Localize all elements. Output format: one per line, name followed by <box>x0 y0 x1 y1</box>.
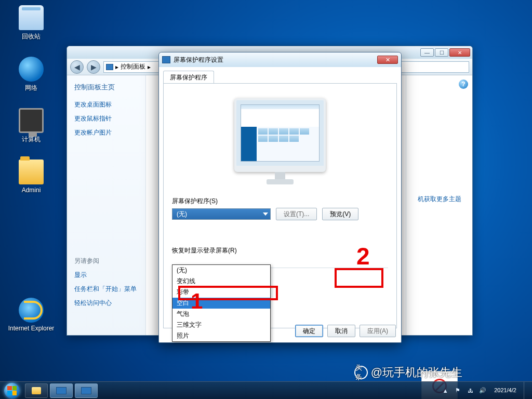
sidebar: 控制面板主页 更改桌面图标 更改鼠标指针 更改帐户图片 另请参阅 显示 任务栏和… <box>67 75 146 335</box>
desktop-icons: 回收站 网络 计算机 Admini Internet Explorer <box>5 5 57 348</box>
screensaver-dialog: 屏幕保护程序设置 ✕ 屏幕保护程序 <box>158 52 402 343</box>
taskbar: ▲ ⚑ 🖧 🔊 2021/4/2 <box>0 381 532 399</box>
right-pane: 机获取更多主题 屏幕保护程序 无 <box>406 75 472 335</box>
windows-logo-icon <box>4 383 20 398</box>
option-none[interactable]: (无) <box>172 265 270 276</box>
option-blank[interactable]: 空白 <box>172 298 270 309</box>
apply-button[interactable]: 应用(A) <box>360 325 396 337</box>
ok-button[interactable]: 确定 <box>295 325 323 337</box>
monitor-icon <box>19 108 44 133</box>
forward-button[interactable]: ▶ <box>87 60 100 74</box>
icon-label: Internet Explorer <box>8 325 55 332</box>
cancel-button[interactable]: 取消 <box>327 325 355 337</box>
network-tray-icon[interactable]: 🖧 <box>466 387 474 395</box>
recover-label: 恢复时显示登录屏幕(R) <box>172 246 237 255</box>
watermark: 头条 @玩手机的张先生 <box>354 365 462 380</box>
monitor-icon <box>81 387 91 394</box>
option-mystify[interactable]: 变幻线 <box>172 276 270 287</box>
ie-icon[interactable]: Internet Explorer <box>5 298 57 332</box>
start-button[interactable] <box>0 382 24 400</box>
tab-strip: 屏幕保护程序 <box>159 67 401 83</box>
monitor-preview <box>228 98 332 184</box>
desktop: 回收站 网络 计算机 Admini Internet Explorer — ☐ … <box>0 0 532 399</box>
system-tray: ▲ ⚑ 🖧 🔊 2021/4/2 <box>437 382 532 400</box>
sidebar-link-account-picture[interactable]: 更改帐户图片 <box>74 128 138 137</box>
show-desktop-button[interactable] <box>524 382 530 400</box>
option-photos[interactable]: 照片 <box>172 330 270 341</box>
maximize-button[interactable]: ☐ <box>435 48 448 57</box>
back-button[interactable]: ◀ <box>70 60 84 74</box>
recycle-bin-icon[interactable]: 回收站 <box>5 5 57 41</box>
computer-icon[interactable]: 计算机 <box>5 108 57 144</box>
task-item-screensaver[interactable] <box>75 383 98 398</box>
sidebar-home[interactable]: 控制面板主页 <box>74 83 138 92</box>
action-center-icon[interactable]: ⚑ <box>454 387 462 395</box>
see-also-heading: 另请参阅 <box>74 257 138 265</box>
watermark-logo-icon: 头条 <box>354 366 368 379</box>
internet-explorer-icon <box>19 298 44 323</box>
screensaver-dropdown[interactable]: (无) <box>172 208 271 220</box>
monitor-icon <box>162 56 170 63</box>
minimize-button[interactable]: — <box>420 48 434 57</box>
option-3d-text[interactable]: 三维文字 <box>172 320 270 330</box>
option-bubbles[interactable]: 气泡 <box>172 309 270 320</box>
volume-icon[interactable]: 🔊 <box>478 387 487 395</box>
monitor-frame <box>234 98 326 172</box>
close-button[interactable]: ✕ <box>449 48 470 57</box>
dropdown-value: (无) <box>177 210 187 219</box>
preview-button[interactable]: 预览(V) <box>322 208 358 220</box>
icon-label: 计算机 <box>22 136 41 143</box>
screensaver-field-label: 屏幕保护程序(S) <box>172 197 388 206</box>
sidebar-link-ease-of-access[interactable]: 轻松访问中心 <box>74 299 138 308</box>
network-icon[interactable]: 网络 <box>5 57 57 92</box>
icon-label: 回收站 <box>22 33 41 40</box>
globe-icon <box>19 57 44 82</box>
screensaver-dropdown-list: (无) 变幻线 彩带 空白 气泡 三维文字 照片 <box>172 264 271 342</box>
more-themes-link[interactable]: 机获取更多主题 <box>418 195 461 203</box>
icon-label: Admini <box>22 187 41 194</box>
sidebar-link-desktop-icons[interactable]: 更改桌面图标 <box>74 100 138 109</box>
folder-icon <box>32 387 41 394</box>
sidebar-link-display[interactable]: 显示 <box>74 271 138 280</box>
trash-icon <box>19 5 44 30</box>
task-item-personalization[interactable] <box>50 383 73 398</box>
monitor-icon <box>56 387 66 394</box>
tray-expand-icon[interactable]: ▲ <box>441 387 449 395</box>
sidebar-link-mouse-pointer[interactable]: 更改鼠标指针 <box>74 114 138 123</box>
tab-content: 屏幕保护程序(S) (无) 设置(T)... 预览(V) 恢复时显示登录屏幕(R… <box>163 83 397 328</box>
dialog-footer: 确定 取消 应用(A) <box>295 325 396 337</box>
dialog-close-button[interactable]: ✕ <box>377 56 398 64</box>
option-ribbons[interactable]: 彩带 <box>172 287 270 298</box>
dialog-titlebar[interactable]: 屏幕保护程序设置 ✕ <box>159 52 401 67</box>
tab-screensaver[interactable]: 屏幕保护程序 <box>163 71 214 84</box>
watermark-author: @玩手机的张先生 <box>371 365 462 380</box>
recover-row: 恢复时显示登录屏幕(R) <box>172 246 388 255</box>
icon-label: 网络 <box>25 84 37 91</box>
clock-date: 2021/4/2 <box>494 387 516 394</box>
dialog-title: 屏幕保护程序设置 <box>174 56 223 64</box>
monitor-icon <box>106 64 113 70</box>
clock[interactable]: 2021/4/2 <box>491 386 520 395</box>
chevron-down-icon <box>263 212 268 216</box>
settings-button[interactable]: 设置(T)... <box>276 208 317 220</box>
folder-icon <box>19 159 44 184</box>
admin-folder-icon[interactable]: Admini <box>5 159 57 194</box>
breadcrumb-root: 控制面板 <box>121 62 145 71</box>
task-item-explorer[interactable] <box>25 383 48 398</box>
screen-preview <box>241 104 320 162</box>
sidebar-link-taskbar[interactable]: 任务栏和「开始」菜单 <box>74 285 138 294</box>
